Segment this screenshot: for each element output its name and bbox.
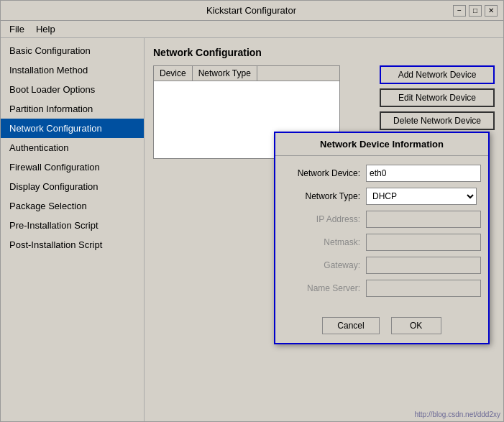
ip-address-input	[366, 211, 481, 228]
sidebar-item-pre-install[interactable]: Pre-Installation Script	[1, 216, 144, 235]
network-type-row: Network Type: DHCP Static BOOTP None	[287, 188, 477, 205]
sidebar: Basic Configuration Installation Method …	[1, 38, 145, 421]
ok-button[interactable]: OK	[391, 317, 441, 334]
title-bar: Kickstart Configurator − □ ✕	[1, 1, 503, 21]
gateway-input	[366, 257, 481, 274]
ip-address-row: IP Address:	[287, 211, 477, 228]
minimize-button[interactable]: −	[453, 5, 466, 17]
sidebar-item-display-config[interactable]: Display Configuration	[1, 177, 144, 196]
main-window: Kickstart Configurator − □ ✕ File Help B…	[0, 0, 504, 422]
panel-title: Network Configuration	[153, 47, 495, 58]
name-server-input	[366, 280, 481, 297]
sidebar-item-network-config[interactable]: Network Configuration	[1, 119, 144, 138]
add-network-device-button[interactable]: Add Network Device	[380, 65, 495, 84]
sidebar-item-package-selection[interactable]: Package Selection	[1, 196, 144, 216]
network-device-dialog: Network Device Information Network Devic…	[274, 132, 490, 344]
delete-network-device-button[interactable]: Delete Network Device	[380, 111, 495, 130]
network-type-label: Network Type:	[287, 191, 366, 201]
netmask-label: Netmask:	[287, 237, 366, 247]
window-title: Kickstart Configurator	[50, 5, 453, 16]
network-device-input[interactable]	[366, 165, 481, 182]
dialog-title: Network Device Information	[275, 133, 488, 156]
network-device-label: Network Device:	[287, 168, 366, 178]
network-device-row: Network Device:	[287, 165, 477, 182]
sidebar-item-post-install[interactable]: Post-Installation Script	[1, 235, 144, 254]
sidebar-item-basic-config[interactable]: Basic Configuration	[1, 41, 144, 60]
sidebar-item-install-method[interactable]: Installation Method	[1, 60, 144, 80]
sidebar-item-authentication[interactable]: Authentication	[1, 138, 144, 157]
netmask-input	[366, 234, 481, 251]
window-controls: − □ ✕	[453, 5, 498, 17]
main-content: Basic Configuration Installation Method …	[1, 38, 503, 421]
sidebar-item-partition-info[interactable]: Partition Information	[1, 99, 144, 119]
action-buttons: Add Network Device Edit Network Device D…	[380, 65, 495, 130]
col-network-type: Network Type	[193, 66, 257, 81]
edit-network-device-button[interactable]: Edit Network Device	[380, 88, 495, 107]
name-server-label: Name Server:	[287, 283, 366, 293]
col-device: Device	[154, 66, 193, 81]
right-panel: Network Configuration Add Network Device…	[145, 38, 503, 421]
netmask-row: Netmask:	[287, 234, 477, 251]
network-type-select[interactable]: DHCP Static BOOTP None	[366, 188, 477, 205]
sidebar-item-firewall-config[interactable]: Firewall Configuration	[1, 157, 144, 177]
menu-bar: File Help	[1, 21, 503, 38]
cancel-button[interactable]: Cancel	[322, 317, 379, 334]
menu-file[interactable]: File	[4, 22, 30, 36]
watermark: http://blog.csdn.net/ddd2xy	[414, 410, 500, 418]
gateway-label: Gateway:	[287, 260, 366, 270]
table-header: Device Network Type	[154, 66, 339, 81]
name-server-row: Name Server:	[287, 280, 477, 297]
ip-address-label: IP Address:	[287, 214, 366, 224]
dialog-body: Network Device: Network Type: DHCP Stati…	[275, 156, 488, 311]
dialog-footer: Cancel OK	[275, 311, 488, 343]
close-button[interactable]: ✕	[485, 5, 498, 17]
maximize-button[interactable]: □	[469, 5, 482, 17]
gateway-row: Gateway:	[287, 257, 477, 274]
sidebar-item-boot-loader[interactable]: Boot Loader Options	[1, 80, 144, 99]
menu-help[interactable]: Help	[30, 22, 61, 36]
